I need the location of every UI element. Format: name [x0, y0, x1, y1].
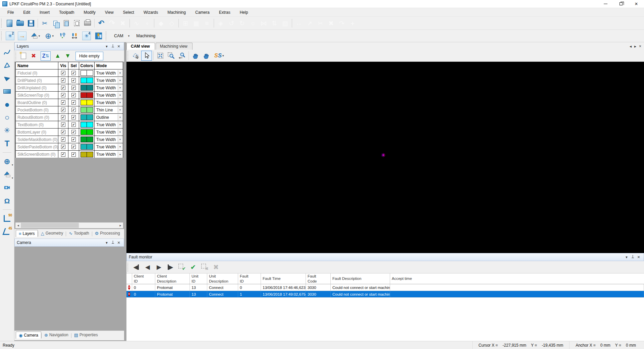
rotate-cw-button[interactable]: ↻: [237, 18, 248, 28]
layer-mode-select[interactable]: True Width▾: [95, 136, 123, 143]
tab-navigation[interactable]: ⊕Navigation: [42, 332, 71, 338]
rubout-area-button[interactable]: ▾: [28, 31, 42, 41]
panel-pin-button[interactable]: [630, 255, 636, 259]
layer-row[interactable]: BottomLayer (0) ✔ ✔ True Width▾: [16, 129, 123, 136]
move-button[interactable]: ↔: [293, 18, 304, 28]
insert-node-button[interactable]: ∘: [142, 18, 153, 28]
close-button[interactable]: ×: [629, 0, 644, 8]
selectable-checkbox[interactable]: ✔: [71, 115, 76, 119]
tab-scroll-left-icon[interactable]: ◂: [630, 44, 632, 49]
print-button[interactable]: [82, 18, 93, 28]
selectable-checkbox[interactable]: ✔: [71, 100, 76, 105]
tab-layers[interactable]: ≡Layers: [16, 230, 38, 237]
undo-button[interactable]: ↶: [96, 18, 107, 28]
pan-button[interactable]: [190, 51, 201, 61]
text-tool[interactable]: T: [1, 138, 13, 149]
move-layer-up-button[interactable]: ▲: [53, 51, 63, 61]
first-fault-button[interactable]: ◀: [130, 262, 142, 272]
layer-row[interactable]: TextBottom (0) ✔ ✔ True Width▾: [16, 121, 123, 129]
layer-row[interactable]: SilkScreenTop (0) ✔ ✔ True Width▾: [16, 92, 123, 99]
layer-row[interactable]: SolderPasteBottom (0) ✔ ✔ True Width▾: [16, 143, 123, 151]
new-layer-button[interactable]: [18, 51, 29, 61]
scroll-left-icon[interactable]: ◂: [15, 223, 21, 227]
layer-mode-select[interactable]: Outline▾: [95, 114, 123, 121]
open-document-button[interactable]: [15, 18, 25, 28]
paste-button[interactable]: [61, 18, 71, 28]
layer-color-cell[interactable]: [79, 121, 95, 128]
layer-row[interactable]: RuboutBottom (0) ✔ ✔ Outline▾: [16, 114, 123, 121]
layer-mode-select[interactable]: True Width▾: [95, 129, 123, 136]
move-layer-down-button[interactable]: ▼: [63, 51, 73, 61]
rectangle-tool[interactable]: [1, 86, 13, 97]
selectable-checkbox[interactable]: ✔: [71, 122, 76, 127]
layer-color-cell[interactable]: [79, 136, 95, 143]
selectable-checkbox[interactable]: ✔: [71, 137, 76, 142]
visibility-checkbox[interactable]: ✔: [61, 145, 65, 149]
visibility-checkbox[interactable]: ✔: [61, 108, 65, 112]
layer-row[interactable]: DrillPlated (0) ✔ ✔ True Width▾: [16, 77, 123, 84]
new-document-button[interactable]: [4, 18, 15, 28]
layer-row[interactable]: PocketBottom (0) ✔ ✔ Thin Line▾: [16, 106, 123, 114]
layer-mode-select[interactable]: True Width▾: [95, 143, 123, 150]
layer-mode-select[interactable]: True Width▾: [95, 92, 123, 99]
menu-machining[interactable]: Machining: [163, 9, 191, 16]
milling-head-button[interactable]: [93, 31, 105, 41]
menu-modify[interactable]: Modify: [79, 9, 100, 16]
visibility-checkbox[interactable]: ✔: [61, 152, 65, 157]
layers-horizontal-scrollbar[interactable]: ◂ ▸: [15, 222, 123, 228]
tab-camera[interactable]: ◉Camera: [16, 332, 41, 339]
select-pointer-button[interactable]: [141, 51, 152, 61]
toolbar-grip[interactable]: [106, 32, 108, 40]
scroll-right-icon[interactable]: ▸: [118, 223, 123, 227]
layer-mode-select[interactable]: True Width▾: [95, 84, 123, 91]
menu-camera[interactable]: Camera: [191, 9, 214, 16]
tab-close-icon[interactable]: ×: [639, 44, 641, 49]
circle-tool[interactable]: ●: [1, 99, 13, 110]
visibility-checkbox[interactable]: ✔: [61, 137, 65, 142]
panel-menu-button[interactable]: ▾: [104, 44, 110, 49]
rotate-free-button[interactable]: ○: [248, 18, 258, 28]
zoom-dynamic-button[interactable]: [176, 51, 187, 61]
layer-color-cell[interactable]: [79, 143, 95, 150]
menu-select[interactable]: Select: [118, 9, 139, 16]
align-anchor-button[interactable]: ▦: [191, 18, 202, 28]
menu-edit[interactable]: Edit: [18, 9, 35, 16]
visibility-checkbox[interactable]: ✔: [61, 122, 65, 127]
selectable-checkbox[interactable]: ✔: [71, 145, 76, 149]
draw-line-button[interactable]: ↗: [304, 18, 315, 28]
last-fault-button[interactable]: ▶: [165, 262, 176, 272]
cut-button[interactable]: ✂: [39, 18, 50, 28]
selectable-checkbox[interactable]: ✔: [71, 71, 76, 75]
layer-color-cell[interactable]: [79, 114, 95, 121]
layer-color-cell[interactable]: [79, 151, 95, 158]
panel-close-button[interactable]: ×: [636, 254, 642, 260]
panel-close-button[interactable]: ×: [116, 44, 122, 49]
clear-all-button[interactable]: ✖: [210, 262, 222, 272]
polygon-tool[interactable]: [1, 72, 13, 84]
board-production-wizard-button[interactable]: ✳4: [80, 31, 93, 41]
import-button[interactable]: →: [16, 31, 28, 41]
selectable-checkbox[interactable]: ✔: [71, 86, 76, 90]
visibility-checkbox[interactable]: ✔: [61, 78, 65, 83]
process-planning-wizard-button[interactable]: ✳2: [4, 31, 16, 41]
flip-button[interactable]: ⇅: [269, 18, 280, 28]
cam-view-canvas[interactable]: ✳: [126, 62, 644, 253]
menu-wizards[interactable]: Wizards: [139, 9, 163, 16]
selectable-checkbox[interactable]: ✔: [71, 152, 76, 157]
layer-color-cell[interactable]: [79, 106, 95, 113]
align-grid-button[interactable]: ⊞: [180, 18, 191, 28]
menu-extras[interactable]: Extras: [214, 9, 235, 16]
hide-empty-button[interactable]: Hide empty: [75, 52, 103, 60]
pan-zoom-button[interactable]: [201, 51, 212, 61]
layer-row[interactable]: SolderMaskBottom (0) ✔ ✔ True Width▾: [16, 136, 123, 143]
layer-row[interactable]: Fiducial (0) ✔ ✔ True Width▾: [16, 69, 123, 77]
layer-row[interactable]: BoardOutline (0) ✔ ✔ True Width▾: [16, 99, 123, 106]
menu-file[interactable]: File: [3, 9, 18, 16]
combine-button[interactable]: ◆: [156, 18, 166, 28]
clear-selected-button[interactable]: ✖: [199, 262, 210, 272]
open-path-tool[interactable]: [1, 46, 13, 58]
uncombine-button[interactable]: ◇: [166, 18, 177, 28]
step-repeat-button[interactable]: ▨: [280, 18, 290, 28]
visibility-checkbox[interactable]: ✔: [61, 71, 65, 75]
zoom-extents-button[interactable]: [155, 51, 166, 61]
